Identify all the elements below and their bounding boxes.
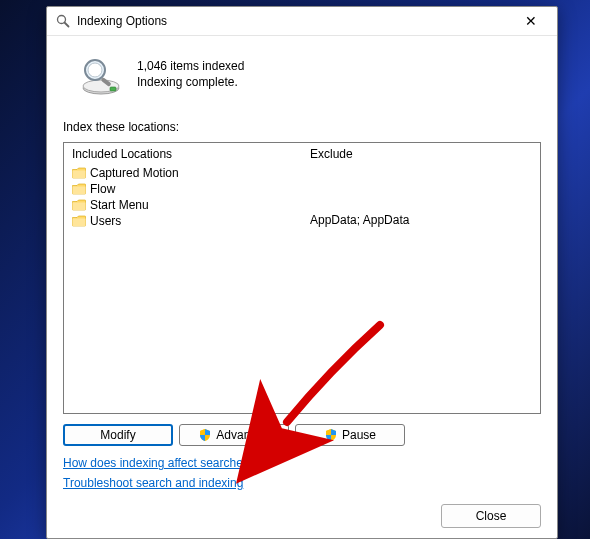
- advanced-button[interactable]: Advanced: [179, 424, 289, 446]
- close-label: Close: [476, 509, 507, 523]
- close-button[interactable]: Close: [441, 504, 541, 528]
- list-item[interactable]: Flow: [72, 181, 294, 197]
- content-area: 1,046 items indexed Indexing complete. I…: [47, 36, 557, 539]
- window-close-button[interactable]: ✕: [511, 7, 551, 35]
- exclude-value: AppData; AppData: [310, 213, 532, 229]
- modify-label: Modify: [100, 428, 135, 442]
- location-name: Users: [90, 214, 121, 228]
- exclude-value: [310, 181, 532, 197]
- help-links: How does indexing affect searches? Troub…: [63, 456, 541, 496]
- location-name: Start Menu: [90, 198, 149, 212]
- exclude-column: Exclude AppData; AppData: [302, 143, 540, 413]
- summary-text: 1,046 items indexed Indexing complete.: [137, 57, 244, 91]
- pause-label: Pause: [342, 428, 376, 442]
- exclude-value: [310, 165, 532, 181]
- magnifier-icon: [77, 50, 125, 98]
- folder-icon: [72, 199, 86, 211]
- uac-shield-icon: [198, 428, 212, 442]
- list-item[interactable]: Start Menu: [72, 197, 294, 213]
- svg-rect-4: [110, 87, 116, 91]
- window-title: Indexing Options: [77, 14, 511, 28]
- troubleshoot-link[interactable]: Troubleshoot search and indexing: [63, 476, 243, 490]
- locations-list: Included Locations Captured Motion Flow …: [63, 142, 541, 414]
- footer: Close: [63, 496, 541, 528]
- advanced-label: Advanced: [216, 428, 269, 442]
- list-item[interactable]: Captured Motion: [72, 165, 294, 181]
- close-icon: ✕: [525, 13, 537, 29]
- indexed-count: 1,046 items indexed: [137, 59, 244, 73]
- folder-icon: [72, 183, 86, 195]
- svg-line-1: [65, 23, 69, 27]
- svg-point-6: [88, 63, 102, 77]
- exclude-header: Exclude: [302, 143, 540, 165]
- indexing-options-window: Indexing Options ✕ 1,046 items indexed I…: [46, 6, 558, 539]
- uac-shield-icon: [324, 428, 338, 442]
- pause-button[interactable]: Pause: [295, 424, 405, 446]
- location-name: Flow: [90, 182, 115, 196]
- list-item[interactable]: Users: [72, 213, 294, 229]
- exclude-value: [310, 197, 532, 213]
- folder-icon: [72, 215, 86, 227]
- included-column: Included Locations Captured Motion Flow …: [64, 143, 302, 413]
- search-icon: [55, 13, 71, 29]
- modify-button[interactable]: Modify: [63, 424, 173, 446]
- locations-label: Index these locations:: [63, 120, 541, 134]
- titlebar: Indexing Options ✕: [47, 7, 557, 36]
- folder-icon: [72, 167, 86, 179]
- indexing-status: Indexing complete.: [137, 75, 244, 89]
- help-link[interactable]: How does indexing affect searches?: [63, 456, 256, 470]
- included-header: Included Locations: [64, 143, 302, 165]
- action-button-row: Modify Advanced: [63, 424, 541, 446]
- index-summary: 1,046 items indexed Indexing complete.: [63, 46, 541, 114]
- location-name: Captured Motion: [90, 166, 179, 180]
